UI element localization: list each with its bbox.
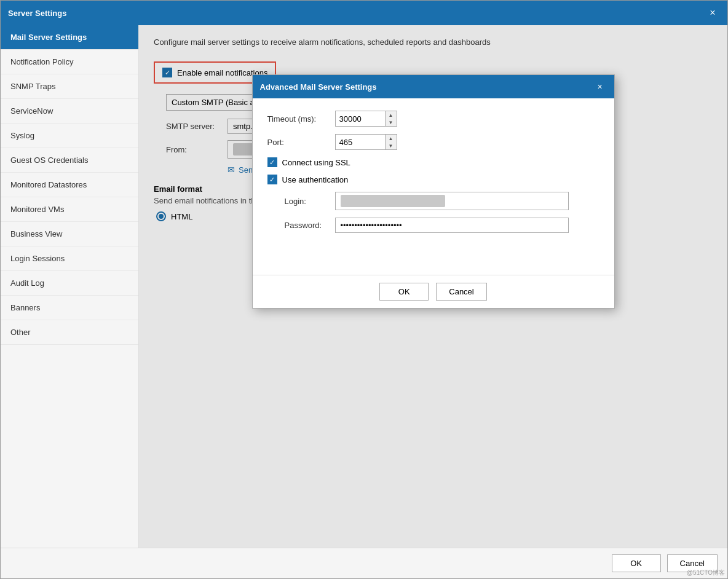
timeout-label: Timeout (ms): bbox=[267, 114, 335, 124]
sidebar-item-monitored-vms[interactable]: Monitored VMs bbox=[1, 197, 138, 222]
timeout-down-button[interactable]: ▼ bbox=[386, 119, 397, 126]
port-spinner-buttons: ▲ ▼ bbox=[385, 135, 397, 149]
sidebar-item-other[interactable]: Other bbox=[1, 320, 138, 345]
server-settings-dialog: Server Settings × Mail Server Settings N… bbox=[0, 0, 728, 579]
timeout-spinner-buttons: ▲ ▼ bbox=[385, 111, 397, 126]
dialog-footer: OK Cancel bbox=[1, 548, 727, 578]
sidebar-item-snmp-traps[interactable]: SNMP Traps bbox=[1, 74, 138, 99]
timeout-up-button[interactable]: ▲ bbox=[386, 111, 397, 119]
modal-body: Timeout (ms): ▲ ▼ Port: bbox=[253, 98, 614, 250]
sidebar-item-servicenow[interactable]: ServiceNow bbox=[1, 99, 138, 124]
auth-checkbox[interactable]: ✓ bbox=[267, 175, 277, 184]
advanced-modal-overlay: Advanced Mail Server Settings × Timeout … bbox=[139, 25, 727, 548]
sidebar-item-business-view[interactable]: Business View bbox=[1, 222, 138, 246]
sidebar-item-monitored-datastores[interactable]: Monitored Datastores bbox=[1, 173, 138, 197]
auth-label: Use authentication bbox=[282, 175, 349, 184]
port-row: Port: ▲ ▼ bbox=[267, 134, 599, 150]
login-label: Login: bbox=[267, 197, 335, 206]
sidebar-item-mail-server[interactable]: Mail Server Settings bbox=[1, 25, 138, 50]
login-input[interactable] bbox=[450, 194, 568, 208]
modal-cancel-button[interactable]: Cancel bbox=[436, 283, 486, 301]
modal-ok-button[interactable]: OK bbox=[379, 283, 429, 301]
modal-title: Advanced Mail Server Settings bbox=[260, 82, 377, 92]
password-label: Password: bbox=[267, 221, 335, 230]
ssl-row: ✓ Connect using SSL bbox=[267, 157, 599, 167]
timeout-spinner: ▲ ▼ bbox=[335, 111, 397, 127]
sidebar-item-syslog[interactable]: Syslog bbox=[1, 124, 138, 148]
sidebar-item-banners[interactable]: Banners bbox=[1, 296, 138, 320]
title-bar: Server Settings × bbox=[1, 1, 727, 25]
port-up-button[interactable]: ▲ bbox=[386, 135, 397, 142]
modal-close-button[interactable]: × bbox=[593, 80, 607, 93]
login-row: Login: bbox=[267, 192, 599, 210]
port-label: Port: bbox=[267, 138, 335, 147]
port-spinner: ▲ ▼ bbox=[335, 134, 397, 150]
advanced-modal: Advanced Mail Server Settings × Timeout … bbox=[252, 74, 615, 309]
sidebar-item-guest-os[interactable]: Guest OS Credentials bbox=[1, 148, 138, 173]
port-input[interactable] bbox=[336, 135, 385, 149]
modal-footer: OK Cancel bbox=[253, 275, 614, 308]
dialog-title: Server Settings bbox=[8, 9, 66, 18]
password-input[interactable] bbox=[335, 218, 569, 233]
port-down-button[interactable]: ▼ bbox=[386, 142, 397, 149]
auth-row: ✓ Use authentication bbox=[267, 175, 599, 184]
sidebar: Mail Server Settings Notification Policy… bbox=[1, 25, 139, 548]
password-row: Password: bbox=[267, 218, 599, 233]
login-value-blurred bbox=[341, 195, 445, 207]
ssl-label: Connect using SSL bbox=[282, 158, 350, 167]
modal-title-bar: Advanced Mail Server Settings × bbox=[253, 75, 614, 98]
title-bar-close-button[interactable]: × bbox=[705, 6, 720, 20]
sidebar-item-login-sessions[interactable]: Login Sessions bbox=[1, 246, 138, 271]
dialog-ok-button[interactable]: OK bbox=[612, 554, 661, 572]
sidebar-item-audit-log[interactable]: Audit Log bbox=[1, 271, 138, 296]
sidebar-item-notification-policy[interactable]: Notification Policy bbox=[1, 50, 138, 74]
main-content: Mail Server Settings Notification Policy… bbox=[1, 25, 727, 548]
timeout-row: Timeout (ms): ▲ ▼ bbox=[267, 111, 599, 127]
content-area: Configure mail server settings to receiv… bbox=[139, 25, 727, 548]
timeout-input[interactable] bbox=[336, 112, 385, 126]
ssl-checkbox[interactable]: ✓ bbox=[267, 157, 277, 167]
watermark: @51CTO博客 bbox=[687, 569, 725, 577]
